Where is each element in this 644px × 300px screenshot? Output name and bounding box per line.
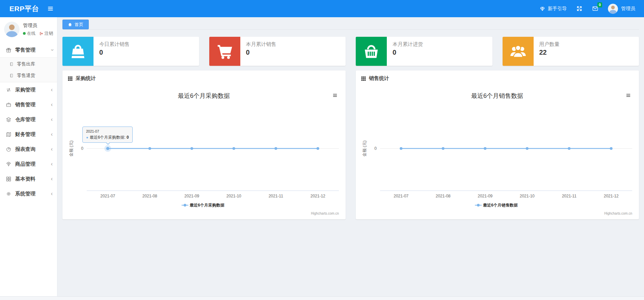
sidebar-item-label: 零售出库 (17, 61, 35, 67)
logout-label: 注销 (45, 31, 53, 36)
data-point[interactable] (568, 147, 570, 150)
pie-icon (6, 146, 11, 152)
data-point[interactable] (149, 147, 151, 150)
stat-value: 22 (539, 49, 560, 56)
guide-label: 新手引导 (548, 6, 567, 12)
purchase-stats-panel: 采购统计 最近6个月采购数据金额 (元)02021-072021-082021-… (62, 71, 346, 219)
purchase-chart[interactable]: 最近6个月采购数据金额 (元)02021-072021-082021-09202… (67, 86, 341, 218)
svg-text:最近6个月采购数据: 最近6个月采购数据 (190, 203, 224, 208)
user-avatar (4, 22, 20, 37)
page-footer (0, 296, 644, 300)
x-tick-label: 2021-10 (226, 194, 241, 198)
chart-context-menu-button[interactable] (332, 93, 338, 98)
user-menu[interactable]: 管理员 (608, 4, 635, 14)
highcharts-credits[interactable]: Highcharts.com.cn (604, 212, 632, 215)
highcharts-credits[interactable]: Highcharts.com.cn (311, 212, 339, 215)
sidebar: 管理员 在线 注销 零售管理‹零售出库零售退货采购管理‹销售管理‹仓库管理‹财务… (0, 17, 57, 296)
legend-item[interactable]: 最近6个月销售数据 (475, 203, 518, 208)
person-avatar-icon (4, 22, 20, 37)
svg-text:最近6个月销售数据: 最近6个月销售数据 (483, 203, 518, 208)
sidebar-menu: 零售管理‹零售出库零售退货采购管理‹销售管理‹仓库管理‹财务管理‹报表查询‹商品… (0, 41, 57, 201)
sidebar-item-retail-return[interactable]: 零售退货 (0, 70, 57, 81)
sidebar-item-purchase[interactable]: 采购管理‹ (0, 82, 57, 97)
y-tick-label: 0 (374, 146, 377, 151)
sidebar-item-reports[interactable]: 报表查询‹ (0, 142, 57, 157)
stat-card-month-sales: 本月累计销售 0 (209, 37, 346, 66)
top-navbar: ERP平台 新手引导 0 管理员 (0, 0, 644, 17)
gift-icon (6, 47, 11, 53)
user-name: 管理员 (23, 23, 53, 29)
x-tick-label: 2021-11 (269, 194, 283, 198)
sidebar-item-finance[interactable]: 财务管理‹ (0, 127, 57, 142)
cart-icon (209, 37, 240, 66)
expand-icon (576, 5, 583, 12)
sidebar-item-label: 基本资料 (15, 176, 35, 182)
chart-canvas: 最近6个月销售数据金额 (元)02021-072021-082021-09202… (360, 86, 634, 218)
mail-badge: 0 (597, 2, 602, 7)
sidebar-item-sales[interactable]: 销售管理‹ (0, 97, 57, 112)
box-icon (6, 161, 11, 167)
context-menu-icon (626, 93, 631, 98)
chevron-left-icon: ‹ (51, 146, 53, 152)
stat-value: 0 (99, 49, 130, 56)
guide-button[interactable]: 新手引导 (540, 6, 567, 12)
data-point[interactable] (233, 147, 235, 150)
sidebar-item-label: 系统管理 (15, 191, 35, 197)
bag-icon (62, 37, 93, 66)
logout-link[interactable]: 注销 (39, 31, 53, 36)
stat-label: 本月累计进货 (393, 41, 423, 48)
data-point[interactable] (526, 147, 529, 150)
users-icon (503, 37, 534, 66)
navbar-avatar (608, 4, 618, 14)
data-point[interactable] (274, 147, 277, 150)
y-axis-label: 金额 (元) (362, 140, 367, 157)
x-tick-label: 2021-12 (604, 194, 619, 198)
sidebar-item-warehouse[interactable]: 仓库管理‹ (0, 112, 57, 127)
legend-item[interactable]: 最近6个月采购数据 (182, 203, 224, 208)
fullscreen-button[interactable] (576, 5, 583, 12)
person-avatar-icon (608, 4, 618, 14)
chevron-left-icon: ‹ (51, 161, 53, 167)
chart-context-menu-button[interactable] (626, 93, 631, 98)
stat-value: 0 (246, 49, 276, 56)
stat-label: 今日累计销售 (99, 41, 130, 48)
data-point[interactable] (106, 147, 109, 150)
sales-stats-panel: 销售统计 最近6个月销售数据金额 (元)02021-072021-082021-… (356, 71, 639, 219)
y-axis-label: 金额 (元) (69, 140, 74, 157)
data-point[interactable] (190, 147, 193, 150)
sidebar-user-panel: 管理员 在线 注销 (0, 17, 57, 41)
chart-canvas: 最近6个月采购数据金额 (元)02021-072021-082021-09202… (67, 86, 341, 218)
data-point[interactable] (317, 147, 319, 150)
tab-bar: 首页 (62, 17, 639, 30)
tab-home-label: 首页 (75, 22, 83, 28)
chart-title: 最近6个月采购数据 (178, 92, 230, 99)
layers-icon (6, 117, 11, 122)
briefcase-icon (6, 102, 11, 108)
chevron-left-icon: ‹ (51, 132, 53, 137)
sidebar-item-goods[interactable]: 商品管理‹ (0, 157, 57, 171)
online-status-label: 在线 (27, 31, 35, 36)
book-icon (6, 132, 11, 137)
tab-home[interactable]: 首页 (62, 20, 89, 29)
chart-panels-row: 采购统计 最近6个月采购数据金额 (元)02021-072021-082021-… (62, 71, 639, 219)
sidebar-toggle-button[interactable] (47, 5, 54, 12)
sidebar-item-basic[interactable]: 基本资料‹ (0, 171, 57, 186)
chevron-left-icon: ‹ (51, 102, 53, 107)
sidebar-item-retail[interactable]: 零售管理‹ (0, 43, 57, 57)
gear-icon (6, 191, 11, 197)
data-point[interactable] (400, 147, 402, 150)
sidebar-item-system[interactable]: 系统管理‹ (0, 186, 57, 201)
sales-chart[interactable]: 最近6个月销售数据金额 (元)02021-072021-082021-09202… (360, 86, 634, 218)
sidebar-item-retail-out[interactable]: 零售出库 (0, 58, 57, 70)
sidebar-item-label: 零售退货 (17, 73, 35, 79)
panel-header: 销售统计 (356, 71, 639, 86)
app-logo[interactable]: ERP平台 (9, 4, 39, 13)
x-tick-label: 2021-11 (562, 194, 576, 198)
data-point[interactable] (442, 147, 445, 150)
messages-button[interactable]: 0 (592, 5, 598, 12)
data-point[interactable] (484, 147, 486, 150)
stat-value: 0 (393, 49, 423, 56)
data-point[interactable] (610, 147, 613, 150)
grid-dots-icon (361, 76, 366, 81)
chevron-left-icon: ‹ (51, 176, 53, 182)
